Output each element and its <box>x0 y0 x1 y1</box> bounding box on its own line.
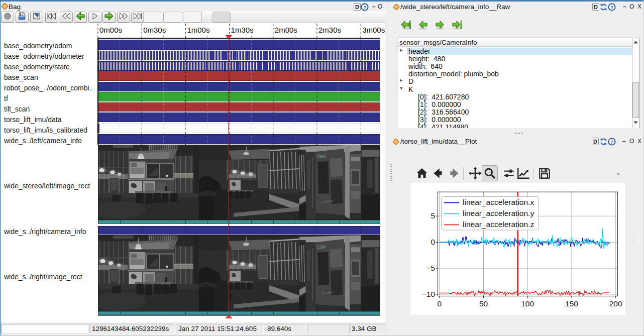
svg-text:−10: −10 <box>422 290 436 298</box>
svg-text:5: 5 <box>431 211 435 220</box>
svg-text:200: 200 <box>609 299 622 308</box>
svg-text:50: 50 <box>479 299 488 308</box>
svg-text:linear_acceleration.z: linear_acceleration.z <box>463 220 534 229</box>
svg-text:−5: −5 <box>426 264 435 272</box>
svg-text:linear_acceleration.y: linear_acceleration.y <box>463 209 534 217</box>
svg-text:150: 150 <box>565 299 578 308</box>
svg-text:100: 100 <box>521 299 534 308</box>
svg-text:linear_acceleration.x: linear_acceleration.x <box>463 198 534 206</box>
svg-text:0: 0 <box>437 299 442 308</box>
svg-text:0: 0 <box>431 238 435 246</box>
